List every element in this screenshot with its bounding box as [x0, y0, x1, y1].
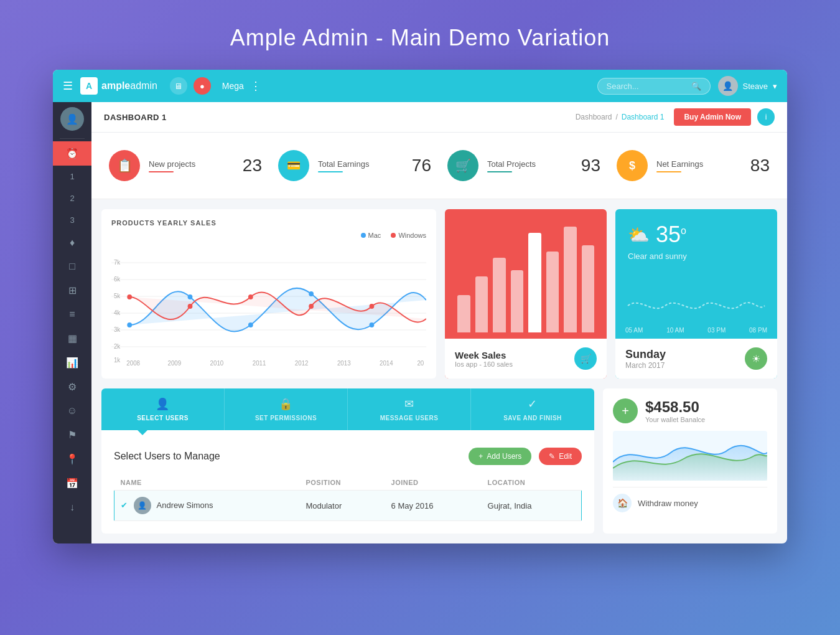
- stat-card-total-earnings: 💳 Total Earnings 76: [273, 145, 436, 186]
- legend-mac: Mac: [361, 232, 381, 239]
- wizard-step-message-label: MESSAGE USERS: [380, 415, 439, 421]
- svg-text:2013: 2013: [337, 360, 351, 367]
- user-area[interactable]: 👤 Steave ▾: [718, 76, 777, 96]
- brand-icon: A: [80, 77, 98, 95]
- svg-text:20: 20: [417, 360, 424, 367]
- week-sales-text: Week Sales Ios app - 160 sales: [455, 350, 513, 368]
- wizard-step-permissions[interactable]: 🔒 SET PERMISSIONS: [225, 388, 348, 430]
- svg-text:1k: 1k: [114, 357, 120, 364]
- dots-icon[interactable]: ⋮: [250, 79, 261, 93]
- sidebar-item-calendar[interactable]: 📅: [53, 471, 91, 496]
- sub-header-title: DASHBOARD 1: [104, 113, 167, 122]
- sidebar-item-grid[interactable]: ⊞: [53, 278, 91, 303]
- wizard-step-finish-icon: ✓: [528, 397, 538, 411]
- sidebar-avatar: 👤: [60, 107, 84, 131]
- middle-section: PRODUCTS YEARLY SALES Mac Windows: [91, 199, 787, 388]
- week-sales-info: Week Sales Ios app - 160 sales 🛒: [445, 339, 607, 379]
- svg-text:2014: 2014: [380, 360, 393, 367]
- sidebar-item-flag[interactable]: ⚑: [53, 423, 91, 447]
- chart-title: PRODUCTS YEARLY SALES: [111, 219, 426, 227]
- buy-button[interactable]: Buy Admin Now: [674, 108, 751, 126]
- sidebar-item-smiley[interactable]: ☺: [53, 399, 91, 423]
- wallet-amount: $458.50: [645, 398, 705, 416]
- sidebar-item-location[interactable]: 📍: [53, 447, 91, 471]
- wizard-step-message-icon: ✉: [404, 397, 414, 411]
- stat-value-total-projects: 93: [581, 156, 600, 176]
- circle-nav-icon[interactable]: ●: [194, 77, 211, 95]
- bar-5: [528, 233, 541, 332]
- breadcrumb-sep: /: [615, 113, 617, 121]
- weather-sun-btn[interactable]: ☀: [745, 347, 767, 370]
- edit-button[interactable]: ✎ Edit: [539, 448, 582, 465]
- bar-2: [475, 276, 488, 332]
- brand-name-bold: ample: [101, 80, 130, 91]
- sidebar-item-chart[interactable]: 📊: [53, 350, 91, 375]
- wizard-actions: + Add Users ✎ Edit: [469, 448, 582, 465]
- weather-card: ⛅ 35o Clear and sunny 05 AM 10 AM 03 PM: [615, 209, 777, 379]
- sidebar-item-down[interactable]: ↓: [53, 496, 91, 519]
- monitor-nav-icon[interactable]: 🖥: [170, 77, 187, 95]
- sidebar-num-2: 2: [70, 194, 74, 203]
- check-icon: ✔: [121, 501, 128, 510]
- wizard-step-permissions-icon: 🔒: [279, 397, 293, 411]
- breadcrumb: Dashboard / Dashboard 1: [576, 113, 665, 121]
- user-joined-cell: 6 May 2016: [385, 491, 482, 521]
- stat-underline-green: [487, 171, 512, 172]
- stat-label-total-earnings: Total Earnings: [318, 159, 403, 169]
- sidebar-item-1[interactable]: 1: [53, 166, 91, 187]
- time-1: 05 AM: [625, 327, 643, 334]
- weather-top: ⛅ 35o Clear and sunny: [615, 209, 777, 293]
- stat-label-total-projects: Total Projects: [487, 159, 572, 169]
- time-4: 08 PM: [749, 327, 767, 334]
- wizard-step-message[interactable]: ✉ MESSAGE USERS: [348, 388, 471, 430]
- bar-1: [457, 295, 470, 332]
- stat-icon-dollar: $: [617, 150, 648, 181]
- sidebar-item-copy[interactable]: □: [53, 255, 91, 278]
- stat-icon-wallet: 💳: [278, 150, 309, 181]
- top-nav: ☰ A ampleadmin 🖥 ● Mega ⋮ 🔍 👤 Steave ▾: [53, 70, 787, 102]
- hamburger-icon[interactable]: ☰: [63, 79, 73, 93]
- sidebar-item-3[interactable]: 3: [53, 209, 91, 231]
- table-row[interactable]: ✔ 👤 Andrew Simons Modulator 6 May 2016 G…: [114, 491, 582, 521]
- add-users-button[interactable]: + Add Users: [469, 448, 531, 465]
- wallet-action[interactable]: 🏠 Withdraw money: [613, 487, 767, 512]
- user-name-cell: ✔ 👤 Andrew Simons: [114, 491, 300, 521]
- sidebar-item-clock[interactable]: ⏰: [53, 141, 91, 166]
- stat-label-new-projects: New projects: [149, 159, 234, 169]
- search-input[interactable]: [607, 82, 688, 91]
- sidebar-item-table[interactable]: ▦: [53, 326, 91, 350]
- wizard-step-finish[interactable]: ✓ SAVE AND FINISH: [471, 388, 594, 430]
- search-box[interactable]: 🔍: [597, 78, 711, 95]
- chart-area: 7k 6k 5k 4k 3k 2k 1k: [111, 244, 426, 369]
- wizard-step-users-label: SELECT USERS: [137, 415, 189, 421]
- wizard-step-finish-label: SAVE AND FINISH: [503, 415, 562, 421]
- wallet-action-icon: 🏠: [613, 494, 632, 512]
- sidebar-item-diamond[interactable]: ♦: [53, 231, 91, 255]
- svg-point-22: [370, 304, 375, 309]
- bar-6: [546, 252, 559, 332]
- stat-value-total-earnings: 76: [412, 156, 431, 176]
- sidebar-num-3: 3: [70, 215, 74, 225]
- sub-header-info-icon[interactable]: i: [757, 108, 775, 126]
- stat-underline-blue: [318, 171, 343, 172]
- stat-label-net-earnings: Net Earnings: [656, 159, 742, 169]
- legend-windows: Windows: [391, 232, 426, 239]
- sidebar-item-settings[interactable]: ⚙: [53, 375, 91, 399]
- user-position-cell: Modulator: [299, 491, 385, 521]
- weather-desc: Clear and sunny: [628, 252, 765, 261]
- mega-menu[interactable]: Mega: [222, 81, 244, 91]
- svg-text:2k: 2k: [114, 343, 120, 350]
- wallet-info: $458.50 Your wallet Banalce: [645, 398, 705, 423]
- wizard-step-users[interactable]: 👤 SELECT USERS: [101, 388, 225, 430]
- breadcrumb-current[interactable]: Dashboard 1: [622, 113, 665, 121]
- brand: A ampleadmin: [80, 77, 157, 95]
- week-sales-btn[interactable]: 🛒: [574, 347, 597, 370]
- sidebar-item-list[interactable]: ≡: [53, 303, 91, 326]
- sidebar-item-2[interactable]: 2: [53, 187, 91, 209]
- wizard-card: 👤 SELECT USERS 🔒 SET PERMISSIONS ✉ MESSA…: [101, 388, 594, 534]
- svg-point-18: [127, 294, 132, 299]
- stat-underline-red: [149, 171, 174, 172]
- svg-text:7k: 7k: [114, 259, 120, 266]
- user-avatar: 👤: [718, 76, 738, 96]
- svg-point-21: [309, 304, 314, 309]
